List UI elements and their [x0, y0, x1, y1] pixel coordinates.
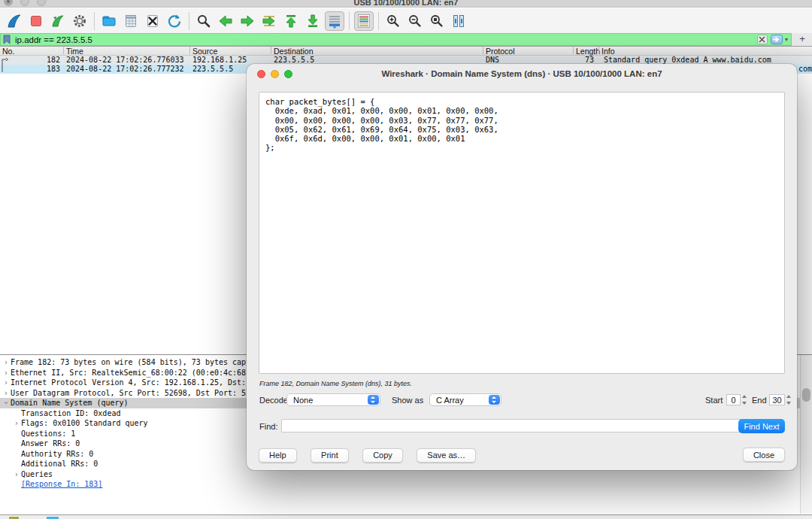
show-as-label: Show as [392, 396, 423, 405]
conversation-marker-icon [1, 56, 8, 73]
main-titlebar: USB 10/100/1000 LAN: en7 [0, 0, 812, 8]
start-label: Start [705, 396, 723, 405]
decode-controls-row: Decode as None Show as C Array Start 0 E… [259, 393, 785, 407]
main-toolbar [0, 8, 812, 33]
column-destination[interactable]: Destination [274, 47, 314, 56]
dialog-titlebar: Wireshark · Domain Name System (dns) · U… [247, 64, 797, 83]
end-stepper-icon[interactable] [785, 394, 793, 405]
display-filter-input[interactable]: ip.addr == 223.5.5.5 ▾ [0, 33, 792, 46]
packet-bytes-text[interactable]: char packet_bytes[] = { 0xde, 0xad, 0x01… [259, 92, 785, 374]
cell-destination: 223.5.5.5 [274, 56, 314, 64]
filter-expression[interactable]: ip.addr == 223.5.5.5 [15, 35, 757, 44]
zoom-in-icon[interactable] [383, 11, 403, 31]
cell-info: Standard query 0xdead A www.baidu.com [604, 56, 771, 64]
toolbar-separator [94, 12, 95, 30]
cell-length: 73 [561, 56, 594, 64]
restart-capture-icon[interactable] [48, 11, 68, 31]
find-label: Find: [259, 422, 277, 431]
column-source[interactable]: Source [192, 47, 217, 56]
status-bar [0, 514, 812, 519]
tree-item-response-in-link[interactable]: ›[Response In: 183] [0, 479, 812, 490]
column-info[interactable]: Info [601, 47, 615, 56]
decode-as-select[interactable]: None [286, 393, 380, 406]
cell-protocol: DNS [486, 56, 499, 64]
column-protocol[interactable]: Protocol [486, 47, 515, 56]
scrollbar-thumb[interactable] [802, 388, 810, 402]
go-back-icon[interactable] [216, 11, 235, 31]
help-button[interactable]: Help [259, 448, 297, 463]
print-button[interactable]: Print [311, 448, 349, 463]
cell-no: 183 [0, 65, 60, 73]
go-to-packet-icon[interactable] [259, 11, 279, 31]
toolbar-separator [189, 12, 189, 30]
cell-time: 2024-08-22 17:02:26.776033 [66, 56, 184, 64]
cell-source: 223.5.5.5 [192, 65, 233, 73]
filter-dropdown-caret-icon[interactable]: ▾ [785, 36, 788, 43]
expander-icon[interactable]: › [12, 419, 21, 427]
go-forward-icon[interactable] [238, 11, 257, 31]
column-length[interactable]: Length [576, 47, 600, 56]
window-title: USB 10/100/1000 LAN: en7 [0, 0, 812, 7]
find-packet-icon[interactable] [194, 11, 214, 31]
go-first-icon[interactable] [281, 11, 301, 31]
copy-button[interactable]: Copy [362, 448, 403, 463]
resize-columns-icon[interactable] [449, 11, 468, 31]
save-as-button[interactable]: Save as… [417, 448, 476, 463]
save-file-icon[interactable] [121, 11, 141, 31]
close-file-icon[interactable] [143, 11, 162, 31]
start-stepper-icon[interactable] [741, 394, 749, 405]
dialog-minimize-icon[interactable] [271, 70, 279, 78]
dialog-title: Wireshark · Domain Name System (dns) · U… [247, 64, 797, 83]
stop-capture-icon[interactable] [26, 11, 46, 31]
expander-icon[interactable]: › [2, 389, 11, 397]
column-time[interactable]: Time [66, 47, 83, 56]
wireshark-main-window: USB 10/100/1000 LAN: en7 [0, 0, 812, 519]
end-value[interactable]: 30 [769, 394, 785, 405]
cell-source: 192.168.1.25 [192, 56, 247, 64]
close-button[interactable]: Close [743, 448, 785, 462]
expander-open-icon[interactable]: › [2, 399, 11, 408]
show-as-select[interactable]: C Array [429, 393, 501, 406]
find-row: Find: Find Next [259, 419, 785, 433]
show-packet-bytes-dialog: Wireshark · Domain Name System (dns) · U… [247, 64, 797, 470]
clear-filter-icon[interactable] [757, 35, 768, 44]
cell-time: 2024-08-22 17:02:26.777232 [66, 65, 184, 73]
colorize-packets-icon[interactable] [354, 11, 374, 31]
cell-no: 182 [0, 56, 60, 64]
open-file-folder-icon[interactable] [99, 11, 119, 31]
select-stepper-icon [489, 395, 500, 405]
dialog-zoom-icon[interactable] [284, 70, 292, 78]
column-no[interactable]: No. [2, 47, 14, 56]
dialog-status-text: Frame 182, Domain Name System (dns), 31 … [259, 380, 412, 387]
start-value[interactable]: 0 [726, 394, 741, 405]
filter-bar: ip.addr == 223.5.5.5 ▾ + [0, 33, 812, 46]
capture-options-gear-icon[interactable] [70, 11, 89, 31]
end-label: End [752, 396, 767, 405]
wireshark-fin-icon[interactable] [5, 11, 24, 31]
tree-item-queries[interactable]: ›Queries [0, 469, 812, 480]
reload-file-icon[interactable] [165, 11, 184, 31]
go-last-icon[interactable] [303, 11, 323, 31]
details-scrollbar[interactable] [800, 355, 812, 514]
find-input[interactable] [281, 419, 749, 432]
expander-icon[interactable]: › [2, 378, 11, 387]
select-stepper-icon [368, 395, 379, 405]
toolbar-separator [349, 12, 350, 30]
filter-bookmark-icon[interactable] [3, 35, 11, 44]
packet-list-header: No. Time Source Destination Protocol Len… [0, 46, 812, 56]
add-filter-button[interactable]: + [795, 33, 809, 46]
expander-icon[interactable]: › [12, 470, 21, 478]
expander-icon[interactable]: › [2, 358, 11, 366]
dialog-buttons-row: Help Print Copy Save as… Close [259, 448, 785, 463]
find-next-button[interactable]: Find Next [738, 419, 785, 433]
toolbar-separator [378, 12, 379, 30]
zoom-out-icon[interactable] [405, 11, 425, 31]
zoom-original-icon[interactable] [427, 11, 447, 31]
expander-icon[interactable]: › [2, 369, 11, 377]
auto-scroll-icon[interactable] [325, 11, 344, 31]
apply-filter-icon[interactable] [771, 35, 783, 44]
dialog-close-icon[interactable] [257, 70, 265, 78]
